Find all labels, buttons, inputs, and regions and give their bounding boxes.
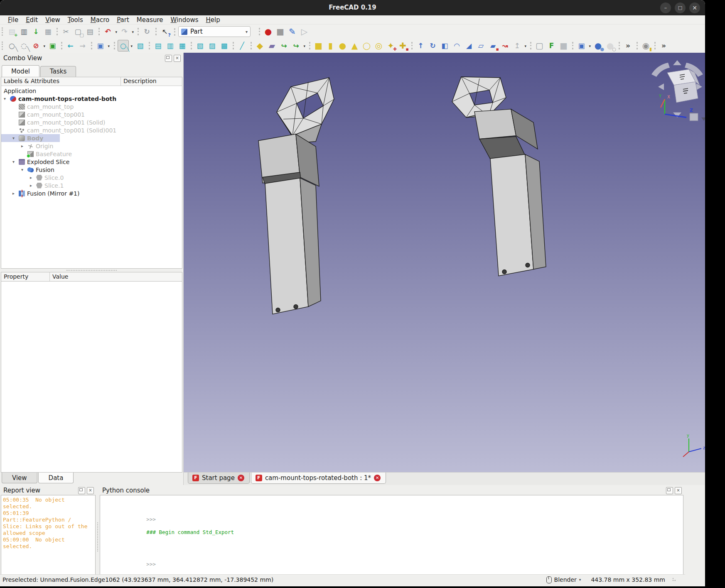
- mirror-icon[interactable]: ◧: [440, 40, 450, 51]
- primitive-cube-icon[interactable]: ■: [313, 40, 324, 51]
- panel-splitter[interactable]: [0, 269, 183, 272]
- title-bar[interactable]: FreeCAD 0.19 – □ ✕: [0, 0, 705, 15]
- tree-expand-icon[interactable]: ▾: [4, 96, 10, 101]
- cut-icon[interactable]: ✂: [61, 26, 71, 37]
- chevron-down-icon[interactable]: ▾: [108, 44, 110, 48]
- nav-mini-cube[interactable]: [690, 113, 698, 121]
- nav-forward-icon[interactable]: →: [77, 40, 88, 51]
- clipping-plane-icon[interactable]: ⊘ ▾: [31, 40, 41, 51]
- combo-view-tab[interactable]: Model: [2, 65, 39, 77]
- document-tab[interactable]: F cam-mount-tops-rotated-both : 1* ✕: [251, 473, 386, 484]
- sweep-icon[interactable]: ↝: [500, 40, 510, 51]
- chevron-down-icon[interactable]: ▾: [43, 44, 45, 48]
- float-panel-icon[interactable]: [78, 487, 85, 494]
- toolbar-extension2-icon[interactable]: »: [659, 40, 669, 51]
- view-top-icon[interactable]: ▥: [165, 40, 175, 51]
- tree-item[interactable]: ▸ Fusion (Mirror #1): [1, 189, 96, 197]
- tree-expand-icon[interactable]: ▸: [30, 175, 36, 180]
- menu-item[interactable]: File: [4, 16, 22, 24]
- chevron-down-icon[interactable]: ▾: [579, 578, 581, 582]
- make-link-icon[interactable]: ↪: [279, 40, 289, 51]
- boolean-intersection-icon[interactable]: ● ○: [605, 40, 615, 51]
- combo-view-tab[interactable]: Tasks: [40, 66, 76, 77]
- menu-item[interactable]: Part: [113, 16, 133, 24]
- navigation-style-selector[interactable]: Blender: [554, 576, 577, 583]
- panel-splitter[interactable]: [96, 485, 100, 576]
- 3d-viewport[interactable]: Y X Z y z: [184, 53, 705, 485]
- resize-grip[interactable]: [672, 577, 677, 582]
- chamfer-icon[interactable]: ◢: [464, 40, 474, 51]
- close-tab-icon[interactable]: ✕: [374, 475, 381, 481]
- tree-expand-icon[interactable]: ▾: [12, 136, 19, 140]
- chevron-down-icon[interactable]: ▾: [130, 44, 133, 48]
- tree-item[interactable]: ▾ cam-mount-tops-rotated-both: [1, 95, 133, 103]
- close-button[interactable]: ✕: [689, 2, 700, 13]
- report-view-log[interactable]: 05:00:35 No object selected. 05:01:39 Pa…: [1, 495, 96, 576]
- ruled-surface-icon[interactable]: ▱: [476, 40, 486, 51]
- close-panel-icon[interactable]: ×: [675, 487, 682, 494]
- create-primitives-icon[interactable]: ✚ ▪: [398, 40, 408, 51]
- tree-item[interactable]: BaseFeature: [1, 150, 88, 158]
- 3d-viewport-canvas[interactable]: Y X Z y z: [184, 53, 705, 472]
- viewport-background[interactable]: [184, 53, 705, 472]
- tree-item[interactable]: ▾ Fusion: [1, 166, 71, 174]
- tree-item[interactable]: ▸ Slice.1: [1, 181, 80, 189]
- fit-selection-icon[interactable]: ◌ ╲: [19, 40, 29, 51]
- tree-expand-icon[interactable]: ▾: [21, 167, 27, 172]
- measure-linear-icon[interactable]: ◉ ▮: [641, 40, 651, 51]
- menu-item[interactable]: View: [42, 16, 64, 24]
- minimize-button[interactable]: –: [660, 2, 671, 13]
- menu-item[interactable]: Macro: [87, 16, 113, 24]
- persistent-section-icon[interactable]: ▣: [47, 40, 58, 51]
- view-front-icon[interactable]: ▤: [153, 40, 163, 51]
- primitive-torus-icon[interactable]: ◯: [361, 40, 372, 51]
- create-group-icon[interactable]: ▰: [267, 40, 277, 51]
- convert-to-solid-icon[interactable]: ■: [558, 40, 569, 51]
- property-table[interactable]: [1, 282, 182, 473]
- tree-item[interactable]: cam_mount_top001 (Solid)001: [1, 126, 133, 134]
- menu-item[interactable]: Help: [202, 16, 224, 24]
- document-tab[interactable]: F Start page ✕: [188, 473, 250, 484]
- shape-builder-icon[interactable]: ✦ ✚: [386, 40, 396, 51]
- labels-attributes-header[interactable]: Labels & Attributes: [1, 77, 121, 86]
- revolve-icon[interactable]: ↻: [428, 40, 438, 51]
- view-rear-icon[interactable]: ▧: [195, 40, 205, 51]
- float-panel-icon[interactable]: [666, 487, 673, 494]
- paste-icon[interactable]: ▤: [85, 26, 95, 37]
- facemaker-icon[interactable]: F: [546, 40, 557, 51]
- bottom-tab[interactable]: View: [2, 473, 37, 483]
- view-right-icon[interactable]: ▦: [177, 40, 187, 51]
- chevron-down-icon[interactable]: ▾: [303, 44, 305, 48]
- macro-stop-icon[interactable]: ■: [275, 26, 285, 37]
- part-boolean-icon[interactable]: ◆: [255, 40, 265, 51]
- tree-item[interactable]: ▾ Body: [1, 134, 60, 142]
- chevron-down-icon[interactable]: ▾: [236, 29, 248, 34]
- description-header[interactable]: Description: [121, 77, 182, 86]
- view-left-icon[interactable]: ▩: [219, 40, 229, 51]
- draw-style-icon[interactable]: ○ ╲ ▾: [118, 40, 129, 51]
- tree-item[interactable]: cam_mount_top001: [1, 110, 101, 118]
- python-console-log[interactable]: >>> ### Begin command Std_Export >>> __o…: [100, 495, 683, 576]
- maximize-button[interactable]: □: [675, 2, 686, 13]
- close-panel-icon[interactable]: ×: [87, 487, 94, 494]
- tree-item[interactable]: cam_mount_top: [1, 103, 90, 110]
- save-icon[interactable]: ↓: [31, 26, 41, 37]
- redo-icon[interactable]: ↷ ▾: [119, 26, 130, 37]
- primitive-cone-icon[interactable]: ▲: [349, 40, 360, 51]
- new-document-icon[interactable]: ▤ +: [7, 26, 17, 37]
- tree-expand-icon[interactable]: ▾: [12, 159, 19, 164]
- value-column-header[interactable]: Value: [50, 272, 182, 281]
- chevron-down-icon[interactable]: ▾: [524, 44, 526, 48]
- tree-item[interactable]: Application: [1, 87, 53, 95]
- chevron-down-icon[interactable]: ▾: [132, 30, 134, 34]
- link-navigate-icon[interactable]: ▣ ▾: [95, 40, 106, 51]
- refresh-icon[interactable]: ↻: [142, 26, 152, 37]
- measure-distance-icon[interactable]: ╱: [237, 40, 247, 51]
- macro-play-icon[interactable]: ▷: [299, 26, 310, 37]
- chevron-down-icon[interactable]: ▾: [115, 30, 117, 34]
- menu-item[interactable]: Measure: [133, 16, 167, 24]
- close-tab-icon[interactable]: ✕: [238, 475, 244, 481]
- menu-item[interactable]: Tools: [64, 16, 87, 24]
- menu-item[interactable]: Edit: [22, 16, 42, 24]
- copy-icon[interactable]: ▢ ▢: [73, 26, 83, 37]
